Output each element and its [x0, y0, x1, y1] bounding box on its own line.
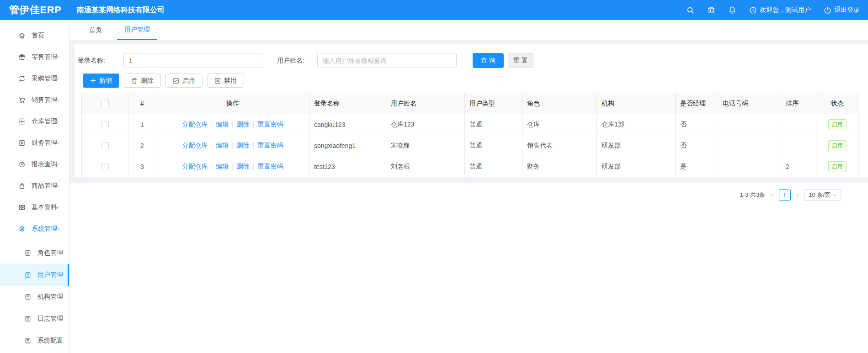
cell-manager: 否 — [676, 114, 718, 135]
reset-password-link[interactable]: 重置密码 — [257, 121, 283, 128]
assign-warehouse-link[interactable]: 分配仓库 — [182, 163, 208, 170]
row-checkbox[interactable] — [101, 163, 109, 170]
col-login-header: 登录名称 — [309, 93, 386, 114]
assign-warehouse-link[interactable]: 分配仓库 — [182, 142, 208, 149]
query-button[interactable]: 查 询 — [473, 53, 504, 68]
sidebar-item-label: 日志管理 — [37, 315, 63, 323]
disable-button[interactable]: 禁用 — [207, 74, 244, 88]
tab-home[interactable]: 首页 — [82, 20, 109, 40]
table-row: 2 分配仓库|编辑|删除|重置密码 songxiaofeng1 宋晓锋 普通 销… — [82, 135, 858, 156]
sidebar-item-report[interactable]: 报表查询 — [0, 153, 69, 175]
row-checkbox[interactable] — [101, 121, 109, 128]
sidebar-item-label: 系统管理 — [32, 225, 57, 233]
retail-icon — [18, 53, 26, 61]
sidebar-item-sales[interactable]: 销售管理 — [0, 89, 69, 111]
select-all-checkbox[interactable] — [101, 100, 109, 107]
sidebar-item-role-mgmt[interactable]: 角色管理 — [0, 242, 69, 264]
sidebar-item-label: 商品管理 — [32, 182, 57, 190]
reset-password-link[interactable]: 重置密码 — [257, 163, 283, 170]
sidebar-item-goods[interactable]: 商品管理 — [0, 175, 69, 196]
sidebar-item-log-mgmt[interactable]: 日志管理 — [0, 308, 69, 330]
tab-user-mgmt[interactable]: 用户管理 — [117, 20, 157, 40]
goods-icon — [18, 182, 26, 190]
doc-icon — [24, 337, 32, 344]
delete-button[interactable]: 删除 — [124, 74, 161, 88]
enable-button[interactable]: 启用 — [165, 74, 202, 88]
bell-icon[interactable] — [728, 6, 736, 14]
sidebar-item-label: 用户管理 — [37, 271, 63, 279]
x-square-icon — [214, 78, 221, 84]
sidebar-item-basedata[interactable]: 基本资料 — [0, 196, 69, 218]
col-name-header: 用户姓名 — [386, 93, 465, 114]
sidebar-item-org-mgmt[interactable]: 机构管理 — [0, 286, 69, 308]
page-size-select[interactable]: 10 条/页 — [804, 189, 841, 201]
sidebar-item-home[interactable]: 首页 — [0, 25, 69, 46]
clock-icon — [749, 6, 757, 14]
doc-icon — [24, 271, 32, 279]
col-sort-header: 排序 — [781, 93, 816, 114]
sidebar-item-user-mgmt[interactable]: 用户管理 — [0, 264, 69, 286]
sidebar-item-purchase[interactable]: 采购管理 — [0, 68, 69, 89]
table-toolbar: 新增 删除 启用 禁用 — [75, 74, 868, 88]
cell-role: 财务 — [522, 156, 597, 177]
cell-role: 销售代表 — [522, 135, 597, 156]
prev-page-icon[interactable]: < — [769, 192, 775, 199]
delete-link[interactable]: 删除 — [237, 121, 250, 128]
sidebar-item-label: 角色管理 — [37, 249, 63, 257]
status-badge: 启用 — [828, 119, 847, 130]
cell-manager: 否 — [676, 135, 718, 156]
doc-icon — [24, 249, 32, 257]
reset-password-link[interactable]: 重置密码 — [257, 142, 283, 149]
delete-link[interactable]: 删除 — [237, 163, 250, 170]
logout-button[interactable]: 退出登录 — [824, 6, 860, 14]
welcome-text: 欢迎您，测试用户 — [760, 6, 811, 14]
sidebar-item-system-config[interactable]: 系统配置 — [0, 330, 69, 352]
sidebar-item-system[interactable]: 系统管理 — [0, 218, 69, 239]
sales-icon — [18, 96, 26, 104]
app-logo: 管伊佳ERP — [9, 3, 77, 17]
assign-warehouse-link[interactable]: 分配仓库 — [182, 121, 208, 128]
cell-phone — [718, 156, 781, 177]
doc-icon — [24, 293, 32, 300]
user-table: # 操作 登录名称 用户姓名 用户类型 角色 机构 是否经理 电话号码 排序 状 — [81, 93, 858, 177]
add-button[interactable]: 新增 — [83, 74, 119, 88]
user-name-label: 用户姓名: — [277, 57, 304, 65]
cell-role: 仓库 — [522, 114, 597, 135]
cell-sort — [781, 114, 816, 135]
row-checkbox[interactable] — [101, 142, 109, 149]
logout-icon — [824, 6, 831, 14]
login-name-input[interactable] — [123, 53, 263, 68]
user-name-input[interactable] — [317, 53, 457, 68]
sidebar-item-label: 基本资料 — [32, 203, 57, 211]
pagination-total: 1-3 共3条 — [740, 191, 765, 199]
next-page-icon[interactable]: > — [795, 192, 800, 199]
edit-link[interactable]: 编辑 — [216, 163, 229, 170]
table-header-row: # 操作 登录名称 用户姓名 用户类型 角色 机构 是否经理 电话号码 排序 状 — [82, 93, 858, 114]
sidebar-item-retail[interactable]: 零售管理 — [0, 46, 69, 68]
user-menu[interactable]: 欢迎您，测试用户 — [749, 6, 811, 14]
status-badge: 启用 — [828, 161, 847, 172]
sidebar-item-label: 财务管理 — [32, 139, 57, 147]
cell-phone — [718, 114, 781, 135]
company-name: 南通某某网络科技有限公司 — [77, 5, 165, 15]
search-icon[interactable] — [687, 6, 694, 14]
edit-link[interactable]: 编辑 — [216, 121, 229, 128]
sidebar-item-label: 首页 — [32, 32, 44, 40]
cell-org: 研发部 — [597, 156, 676, 177]
delete-link[interactable]: 删除 — [237, 142, 250, 149]
cell-name: 宋晓锋 — [386, 135, 465, 156]
sidebar-item-finance[interactable]: 财务管理 — [0, 132, 69, 153]
page-number[interactable]: 1 — [779, 189, 791, 201]
reset-button[interactable]: 重 置 — [508, 53, 533, 68]
col-role-header: 角色 — [522, 93, 597, 114]
sidebar-item-warehouse[interactable]: 仓库管理 — [0, 111, 69, 132]
basedata-icon — [18, 204, 26, 211]
finance-icon — [18, 139, 26, 147]
cell-login: cangku123 — [309, 114, 386, 135]
cell-org: 仓库1部 — [597, 114, 676, 135]
edit-link[interactable]: 编辑 — [216, 142, 229, 149]
bank-icon[interactable] — [707, 6, 715, 14]
cell-login: songxiaofeng1 — [309, 135, 386, 156]
top-header: 管伊佳ERP 南通某某网络科技有限公司 欢迎您，测试用户 退出登录 — [0, 0, 868, 20]
doc-icon — [24, 315, 32, 322]
